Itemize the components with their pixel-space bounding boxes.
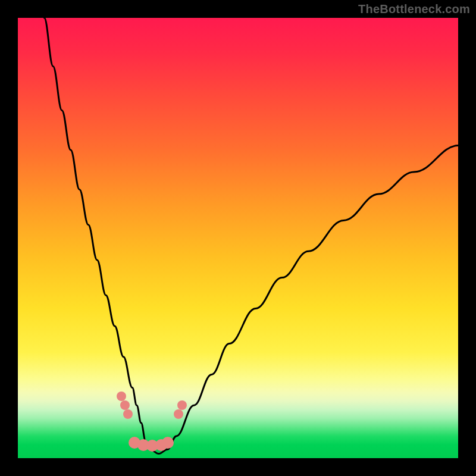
curve-marker (120, 400, 130, 410)
curve-marker (117, 392, 126, 401)
chart-frame: TheBottleneck.com (0, 0, 476, 476)
plot-area (18, 18, 458, 458)
watermark-text: TheBottleneck.com (358, 2, 470, 16)
curve-svg (18, 18, 458, 458)
bottleneck-curve-path (44, 18, 458, 454)
curve-marker (177, 400, 187, 410)
curve-marker (162, 437, 174, 449)
curve-marker (123, 409, 133, 419)
curve-marker (174, 409, 183, 419)
